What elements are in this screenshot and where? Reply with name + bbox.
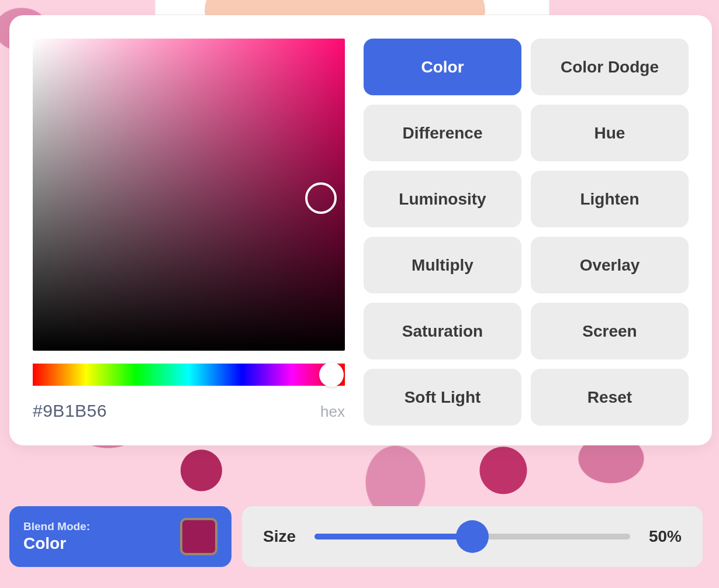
blend-mode-grid: ColorColor DodgeDifferenceHueLuminosityL… — [364, 39, 689, 426]
blend-mode-lighten[interactable]: Lighten — [531, 171, 689, 227]
saturation-cursor[interactable] — [305, 182, 337, 214]
blend-chip-value: Color — [23, 534, 90, 553]
size-slider-fill — [314, 534, 472, 539]
blend-mode-difference[interactable]: Difference — [364, 105, 521, 161]
blend-mode-color-dodge[interactable]: Color Dodge — [531, 39, 689, 95]
hue-slider[interactable] — [33, 364, 345, 386]
size-panel: Size 50% — [242, 506, 703, 567]
hex-value[interactable]: #9B1B56 — [33, 401, 107, 421]
blend-mode-luminosity[interactable]: Luminosity — [364, 171, 521, 227]
blend-chip-swatch — [180, 518, 217, 555]
blend-mode-hue[interactable]: Hue — [531, 105, 689, 161]
hue-slider-thumb[interactable] — [319, 362, 344, 387]
blend-chip-text: Blend Mode: Color — [23, 520, 90, 553]
size-value: 50% — [649, 527, 682, 546]
hex-row: #9B1B56 hex — [33, 401, 345, 421]
blend-mode-screen[interactable]: Screen — [531, 303, 689, 359]
saturation-brightness-field[interactable] — [33, 39, 345, 351]
blend-mode-saturation[interactable]: Saturation — [364, 303, 521, 359]
blend-mode-chip[interactable]: Blend Mode: Color — [9, 506, 231, 567]
blend-mode-overlay[interactable]: Overlay — [531, 237, 689, 293]
bottom-toolbar: Blend Mode: Color Size 50% — [9, 506, 703, 567]
size-slider-thumb[interactable] — [456, 520, 489, 553]
hex-label: hex — [320, 403, 345, 421]
blend-mode-color[interactable]: Color — [364, 39, 521, 95]
blend-mode-reset[interactable]: Reset — [531, 369, 689, 426]
blend-mode-multiply[interactable]: Multiply — [364, 237, 521, 293]
color-picker-column: #9B1B56 hex — [33, 39, 345, 426]
blend-chip-label: Blend Mode: — [23, 520, 90, 533]
size-label: Size — [263, 527, 296, 546]
blend-mode-soft-light[interactable]: Soft Light — [364, 369, 521, 426]
size-slider[interactable] — [314, 520, 630, 553]
color-blend-popup: #9B1B56 hex ColorColor DodgeDifferenceHu… — [9, 15, 712, 445]
